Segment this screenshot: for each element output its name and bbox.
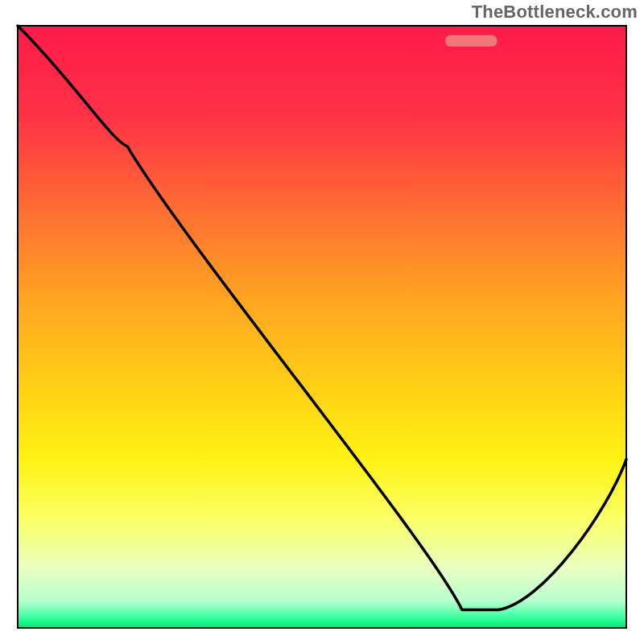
chart-wrapper: TheBottleneck.com (0, 0, 644, 644)
gradient-background (18, 26, 626, 628)
attribution-text: TheBottleneck.com (472, 2, 638, 23)
chart-svg (0, 0, 644, 644)
optimal-marker (445, 35, 497, 47)
plot-group (18, 26, 626, 628)
